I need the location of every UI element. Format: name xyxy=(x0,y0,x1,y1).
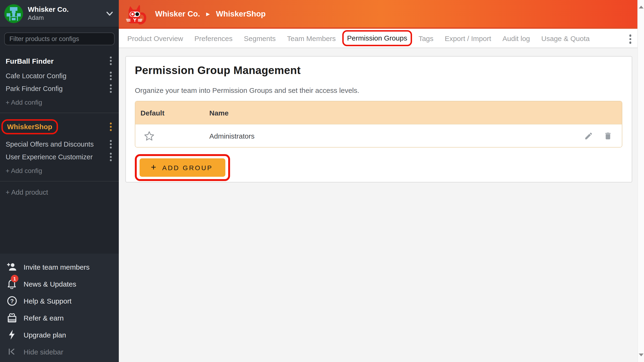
delete-icon[interactable] xyxy=(604,131,612,140)
tab-product-overview[interactable]: Product Overview xyxy=(127,34,183,42)
permission-group-card: Permission Group Management Organize you… xyxy=(126,56,632,182)
invite-team-members[interactable]: Invite team members xyxy=(0,258,119,275)
config-row: Special Offers and Discounts xyxy=(0,138,119,150)
sidebar: Whisker Co. Adam FurBall Finder Cafe Loc… xyxy=(0,0,119,362)
scroll-down-arrow[interactable] xyxy=(638,354,643,356)
annotation-box-permission-groups: Permission Groups xyxy=(342,30,412,46)
help-and-support[interactable]: ? Help & Support xyxy=(0,292,119,309)
divider xyxy=(0,181,119,182)
add-group-button[interactable]: + ADD GROUP xyxy=(140,158,226,177)
user-name: Adam xyxy=(28,14,68,22)
annotation-box-add-group: + ADD GROUP xyxy=(135,154,230,181)
add-product-button[interactable]: + Add product xyxy=(6,188,48,196)
news-and-updates[interactable]: 1 News & Updates xyxy=(0,275,119,292)
add-config-button[interactable]: + Add config xyxy=(6,166,42,174)
tab-usage-quota[interactable]: Usage & Quota xyxy=(541,34,590,42)
column-header-name: Name xyxy=(209,109,622,117)
add-product-row: + Add product xyxy=(0,186,119,198)
plus-icon: + xyxy=(151,162,156,172)
divider xyxy=(0,113,119,113)
add-config-row: + Add config xyxy=(0,164,119,177)
tab-team-members[interactable]: Team Members xyxy=(287,34,336,42)
add-config-row: + Add config xyxy=(0,96,119,108)
menu-item-label: News & Updates xyxy=(24,280,76,288)
tab-tags[interactable]: Tags xyxy=(418,34,433,42)
person-add-icon xyxy=(6,262,17,272)
column-header-default: Default xyxy=(135,109,209,117)
row-actions xyxy=(584,131,622,140)
config-user-experience[interactable]: User Experience Customizer xyxy=(6,153,93,160)
page-description: Organize your team into Permission Group… xyxy=(135,86,622,94)
table-header-row: Default Name xyxy=(135,101,622,124)
bolt-icon xyxy=(6,330,17,340)
breadcrumb-org[interactable]: Whisker Co. xyxy=(155,9,200,18)
product-row-whiskershop: WhiskerShop xyxy=(0,117,119,136)
tab-preferences[interactable]: Preferences xyxy=(194,34,233,42)
tab-permission-groups[interactable]: Permission Groups xyxy=(347,34,407,42)
menu-item-label: Refer & earn xyxy=(24,314,64,322)
notification-badge: 1 xyxy=(11,275,18,282)
product-list: FurBall Finder Cafe Locator Config Park … xyxy=(0,48,119,254)
table-row: Administrators xyxy=(135,124,622,147)
config-row: Cafe Locator Config xyxy=(0,69,119,82)
breadcrumb: Whisker Co. ▶ WhiskerShop xyxy=(155,9,266,18)
app-logo xyxy=(126,4,147,24)
scroll-up-arrow[interactable] xyxy=(638,6,643,8)
page-scrollbar[interactable] xyxy=(638,0,644,362)
tab-bar: Product Overview Preferences Segments Te… xyxy=(119,29,644,48)
breadcrumb-product[interactable]: WhiskerShop xyxy=(216,9,266,18)
content-area: Permission Group Management Organize you… xyxy=(119,48,644,362)
tab-export-import[interactable]: Export / Import xyxy=(445,34,491,42)
menu-item-label: Hide sidebar xyxy=(24,348,63,356)
config-row: User Experience Customizer xyxy=(0,150,119,163)
chevron-down-icon xyxy=(106,11,113,16)
gift-icon xyxy=(6,313,17,323)
product-whiskershop[interactable]: WhiskerShop xyxy=(7,122,52,130)
filter-wrap xyxy=(0,27,119,48)
kebab-icon[interactable] xyxy=(109,83,113,94)
kebab-icon[interactable] xyxy=(109,151,113,162)
kebab-icon[interactable] xyxy=(109,55,113,66)
breadcrumb-arrow-icon: ▶ xyxy=(206,12,210,16)
account-switcher[interactable]: Whisker Co. Adam xyxy=(0,0,119,27)
filter-input[interactable] xyxy=(4,32,114,45)
config-park-finder[interactable]: Park Finder Config xyxy=(6,84,63,92)
add-config-button[interactable]: + Add config xyxy=(6,98,42,106)
tab-segments[interactable]: Segments xyxy=(244,34,276,42)
hide-sidebar[interactable]: Hide sidebar xyxy=(0,343,119,360)
top-header: Whisker Co. ▶ WhiskerShop xyxy=(119,0,644,29)
menu-item-label: Help & Support xyxy=(24,297,72,305)
kebab-icon[interactable] xyxy=(109,70,113,81)
app-window: Whisker Co. Adam FurBall Finder Cafe Loc… xyxy=(0,0,644,362)
edit-icon[interactable] xyxy=(584,131,593,140)
upgrade-plan[interactable]: Upgrade plan xyxy=(0,326,119,343)
svg-text:?: ? xyxy=(10,298,14,304)
collapse-icon xyxy=(6,348,17,356)
refer-and-earn[interactable]: Refer & earn xyxy=(0,309,119,326)
tab-overflow-kebab-icon[interactable] xyxy=(628,33,632,45)
page-title: Permission Group Management xyxy=(135,64,622,77)
kebab-icon[interactable] xyxy=(109,121,113,132)
org-name: Whisker Co. xyxy=(28,6,68,14)
config-special-offers[interactable]: Special Offers and Discounts xyxy=(6,140,94,148)
permission-groups-table: Default Name Administrators xyxy=(135,101,622,148)
main-area: Whisker Co. ▶ WhiskerShop Product Overvi… xyxy=(119,0,644,362)
star-icon[interactable] xyxy=(144,131,154,140)
kebab-icon[interactable] xyxy=(109,138,113,150)
config-row: Park Finder Config xyxy=(0,82,119,95)
add-group-label: ADD GROUP xyxy=(162,164,213,171)
menu-item-label: Upgrade plan xyxy=(24,331,66,339)
annotation-box-whiskershop: WhiskerShop xyxy=(2,119,58,134)
avatar xyxy=(4,4,23,23)
config-cafe-locator[interactable]: Cafe Locator Config xyxy=(6,72,66,80)
bell-icon: 1 xyxy=(6,278,17,289)
sidebar-bottom-menu: Invite team members 1 News & Updates ? xyxy=(0,254,119,362)
product-furball-finder[interactable]: FurBall Finder xyxy=(6,57,54,65)
tab-audit-log[interactable]: Audit log xyxy=(502,34,530,42)
product-row-furball-finder: FurBall Finder xyxy=(0,54,119,68)
menu-item-label: Invite team members xyxy=(24,263,90,271)
group-name: Administrators xyxy=(209,132,584,140)
help-icon: ? xyxy=(6,296,17,306)
